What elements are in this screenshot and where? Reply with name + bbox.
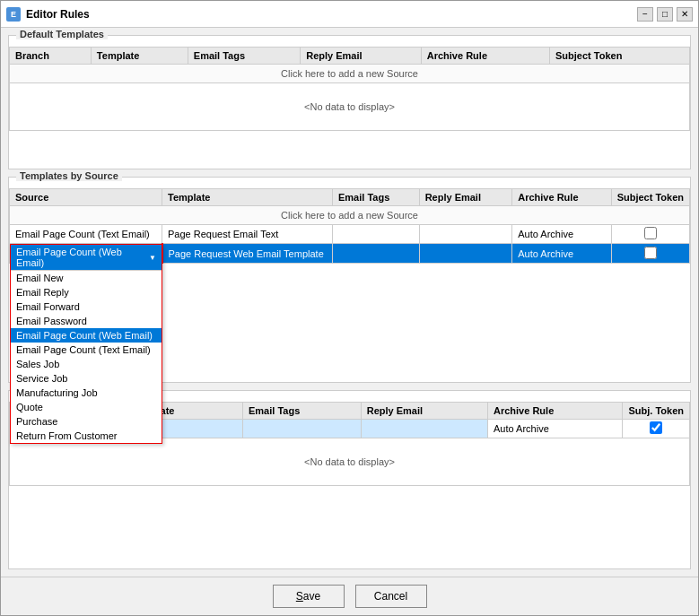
report-row-1-archive-rule[interactable]: Auto Archive xyxy=(488,420,623,438)
report-row-1-reply-email[interactable] xyxy=(361,420,487,438)
dropdown-item-1[interactable]: Email Reply xyxy=(11,285,162,299)
rpt-col-email-tags: Email Tags xyxy=(243,403,362,420)
col-reply-email: Reply Email xyxy=(301,48,422,65)
source-row-1-subject-token[interactable] xyxy=(611,225,689,244)
source-row-1-checkbox[interactable] xyxy=(644,227,657,239)
source-row-1-email-tags[interactable] xyxy=(333,225,420,244)
main-window: E Editor Rules − □ ✕ Default Templates B… xyxy=(0,0,699,616)
source-add-row[interactable]: Click here to add a new Source xyxy=(10,206,690,225)
cancel-label: Cancel xyxy=(374,590,407,603)
source-row-1-source[interactable]: Email Page Count (Text Email) xyxy=(10,225,162,244)
source-row-1[interactable]: Email Page Count (Text Email) Page Reque… xyxy=(10,225,690,244)
templates-by-source-group: Templates by Source Source Template Emai… xyxy=(8,177,691,383)
dropdown-selected-text: Email Page Count (Web Email) xyxy=(16,247,145,268)
maximize-button[interactable]: □ xyxy=(657,7,673,22)
default-add-source-text[interactable]: Click here to add a new Source xyxy=(10,65,690,83)
dropdown-item-9[interactable]: Quote xyxy=(11,400,162,414)
default-templates-table: Branch Template Email Tags Reply Email A… xyxy=(9,47,690,131)
source-row-2-archive-rule[interactable]: Auto Archive xyxy=(512,244,611,264)
footer: Save Cancel xyxy=(1,577,698,615)
col-subject-token: Subject Token xyxy=(549,48,689,65)
save-underline: Save xyxy=(296,590,320,603)
src-col-source: Source xyxy=(10,189,162,206)
dropdown-item-6[interactable]: Sales Job xyxy=(11,357,162,371)
source-row-1-template[interactable]: Page Request Email Text xyxy=(162,225,333,244)
source-add-text[interactable]: Click here to add a new Source xyxy=(10,206,690,225)
window-title: Editor Rules xyxy=(26,8,637,21)
dropdown-item-8[interactable]: Manufacturing Job xyxy=(11,386,162,400)
dropdown-arrow-icon: ▼ xyxy=(149,254,156,262)
source-row-2-checkbox[interactable] xyxy=(644,247,657,259)
src-col-archive-rule: Archive Rule xyxy=(512,189,611,206)
default-templates-header: Branch Template Email Tags Reply Email A… xyxy=(10,48,690,65)
templates-by-source-table: Source Template Email Tags Reply Email A… xyxy=(9,188,690,264)
title-bar: E Editor Rules − □ ✕ xyxy=(1,1,698,28)
col-email-tags: Email Tags xyxy=(188,48,300,65)
source-row-1-archive-rule[interactable]: Auto Archive xyxy=(512,225,611,244)
report-row-1-subj-token[interactable] xyxy=(623,420,690,438)
source-table-header: Source Template Email Tags Reply Email A… xyxy=(10,189,690,206)
default-no-data-row: <No data to display> xyxy=(10,83,690,131)
app-icon: E xyxy=(6,7,21,22)
save-button[interactable]: Save xyxy=(273,585,345,608)
dropdown-item-10[interactable]: Purchase xyxy=(11,414,162,429)
default-add-source-row[interactable]: Click here to add a new Source xyxy=(10,65,690,83)
rpt-col-subj-token: Subj. Token xyxy=(623,403,690,420)
src-col-template: Template xyxy=(162,189,333,206)
source-row-2[interactable]: Email Page Count (Web Email) ▼ Email New… xyxy=(10,244,690,264)
report-row-1-checkbox[interactable] xyxy=(650,421,662,434)
src-col-email-tags: Email Tags xyxy=(333,189,420,206)
dropdown-item-7[interactable]: Service Job xyxy=(11,371,162,386)
default-no-data-text: <No data to display> xyxy=(10,83,690,131)
source-row-2-reply-email[interactable] xyxy=(419,244,512,264)
src-col-reply-email: Reply Email xyxy=(419,189,512,206)
report-no-data-text: <No data to display> xyxy=(10,438,690,486)
rpt-col-archive-rule: Archive Rule xyxy=(488,403,623,420)
cancel-button[interactable]: Cancel xyxy=(355,585,427,608)
default-templates-group: Default Templates Branch Template Email … xyxy=(8,35,691,169)
source-row-2-email-tags[interactable] xyxy=(333,244,420,264)
src-col-subject-token: Subject Token xyxy=(611,189,689,206)
source-dropdown[interactable]: Email Page Count (Web Email) ▼ Email New… xyxy=(10,244,162,444)
dropdown-selected-item[interactable]: Email Page Count (Web Email) ▼ xyxy=(11,245,162,270)
col-branch: Branch xyxy=(10,48,92,65)
col-template: Template xyxy=(91,48,188,65)
close-button[interactable]: ✕ xyxy=(677,7,693,22)
dropdown-item-2[interactable]: Email Forward xyxy=(11,299,162,314)
source-row-1-reply-email[interactable] xyxy=(419,225,512,244)
dropdown-item-0[interactable]: Email New xyxy=(11,271,162,285)
source-row-2-template[interactable]: Page Request Web Email Template xyxy=(162,244,333,264)
source-row-2-subject-token[interactable] xyxy=(611,244,689,264)
col-archive-rule: Archive Rule xyxy=(421,48,549,65)
rpt-col-reply-email: Reply Email xyxy=(361,403,487,420)
window-controls: − □ ✕ xyxy=(637,7,693,22)
templates-by-source-label: Templates by Source xyxy=(16,170,122,181)
report-no-data-row: <No data to display> xyxy=(10,438,690,486)
report-row-1-email-tags[interactable] xyxy=(243,420,362,438)
dropdown-item-5[interactable]: Email Page Count (Text Email) xyxy=(11,343,162,357)
default-templates-label: Default Templates xyxy=(16,29,108,39)
dropdown-list: Email New Email Reply Email Forward Emai… xyxy=(11,270,162,443)
dropdown-item-11[interactable]: Return From Customer xyxy=(11,429,162,443)
minimize-button[interactable]: − xyxy=(637,7,653,22)
dropdown-item-4[interactable]: Email Page Count (Web Email) xyxy=(11,328,162,343)
source-row-2-source-cell[interactable]: Email Page Count (Web Email) ▼ Email New… xyxy=(10,244,162,264)
dropdown-item-3[interactable]: Email Password xyxy=(11,314,162,328)
main-content: Default Templates Branch Template Email … xyxy=(1,28,698,577)
